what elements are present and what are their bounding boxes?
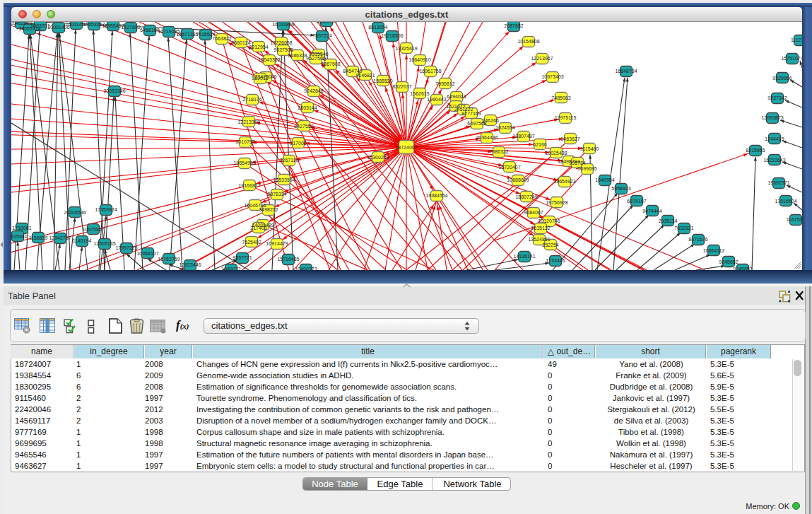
svg-text:19384554: 19384554 [425, 193, 447, 198]
svg-text:1049032: 1049032 [221, 267, 240, 270]
svg-text:7955812: 7955812 [435, 81, 454, 86]
svg-text:3915941: 3915941 [11, 234, 28, 239]
svg-text:8322037: 8322037 [392, 84, 411, 89]
svg-text:2803144: 2803144 [298, 105, 317, 110]
svg-text:1244415: 1244415 [765, 136, 784, 141]
svg-text:15716485: 15716485 [277, 257, 299, 262]
svg-text:989013: 989013 [252, 76, 268, 81]
svg-text:6879197: 6879197 [627, 199, 646, 204]
svg-text:6494024: 6494024 [447, 94, 466, 99]
svg-text:15300213: 15300213 [367, 155, 389, 160]
svg-text:12975115: 12975115 [555, 115, 577, 120]
svg-text:18807249: 18807249 [515, 194, 537, 199]
svg-text:10973403: 10973403 [541, 74, 563, 79]
svg-text:17359924: 17359924 [95, 207, 117, 212]
svg-text:18640910: 18640910 [408, 57, 430, 62]
svg-text:10958107: 10958107 [136, 251, 158, 256]
svg-text:9857771: 9857771 [233, 255, 252, 260]
svg-text:9777169: 9777169 [461, 111, 481, 116]
svg-text:8660124: 8660124 [231, 40, 250, 45]
svg-text:15720407: 15720407 [498, 165, 520, 170]
svg-text:62160: 62160 [533, 142, 547, 147]
svg-text:16210643: 16210643 [763, 158, 785, 163]
svg-text:10120746: 10120746 [538, 218, 560, 223]
svg-text:10688609: 10688609 [507, 177, 529, 182]
svg-text:9527508: 9527508 [306, 56, 325, 61]
svg-text:9463627: 9463627 [560, 136, 579, 141]
svg-text:7632621: 7632621 [674, 226, 693, 230]
svg-text:3267110: 3267110 [280, 158, 299, 163]
svg-text:1615132: 1615132 [531, 226, 550, 230]
svg-text:13226058: 13226058 [270, 40, 292, 45]
svg-text:1624554: 1624554 [495, 125, 514, 130]
svg-text:19654923: 19654923 [553, 179, 575, 184]
svg-text:6466160: 6466160 [140, 28, 159, 33]
svg-text:1527602: 1527602 [121, 25, 140, 30]
svg-text:2718176: 2718176 [242, 97, 261, 102]
svg-text:9329966: 9329966 [772, 76, 792, 81]
svg-text:9146821: 9146821 [355, 73, 375, 78]
svg-text:995784: 995784 [569, 160, 585, 165]
svg-text:9115460: 9115460 [580, 146, 599, 151]
svg-text:10807487: 10807487 [512, 134, 534, 139]
svg-text:9684067: 9684067 [524, 210, 543, 215]
svg-text:7485063: 7485063 [551, 95, 570, 100]
svg-text:19692971: 19692971 [767, 180, 789, 185]
svg-text:17016504: 17016504 [775, 199, 796, 204]
svg-text:9245653: 9245653 [733, 267, 752, 270]
svg-text:12923446: 12923446 [179, 262, 201, 267]
svg-text:2087682: 2087682 [504, 23, 523, 28]
svg-text:2867608: 2867608 [321, 62, 340, 66]
svg-text:1167533: 1167533 [787, 217, 802, 222]
svg-text:19166827: 19166827 [238, 183, 260, 188]
svg-text:2935114: 2935114 [659, 218, 678, 223]
svg-text:16033809: 16033809 [272, 22, 294, 27]
svg-text:10914479: 10914479 [266, 241, 288, 246]
svg-text:1145194: 1145194 [73, 238, 92, 243]
svg-text:19756928: 19756928 [546, 200, 567, 205]
svg-text:12505135: 12505135 [93, 241, 115, 246]
svg-text:7986322: 7986322 [489, 149, 508, 154]
svg-text:10490323: 10490323 [295, 267, 317, 270]
svg-text:8878334: 8878334 [267, 192, 286, 197]
svg-text:1156829: 1156829 [29, 235, 48, 240]
svg-text:8471676: 8471676 [688, 237, 707, 242]
svg-text:16543362: 16543362 [258, 57, 280, 62]
svg-text:10025438: 10025438 [545, 151, 567, 156]
svg-text:18565731: 18565731 [315, 22, 337, 24]
svg-text:1010755: 1010755 [235, 139, 254, 144]
svg-text:20364436: 20364436 [476, 135, 498, 140]
svg-text:6497568: 6497568 [467, 121, 486, 126]
svg-text:13524851: 13524851 [528, 237, 550, 242]
svg-text:1112705: 1112705 [791, 37, 802, 42]
svg-text:14136141: 14136141 [513, 254, 535, 259]
svg-text:16671385: 16671385 [176, 32, 198, 37]
svg-text:16648784: 16648784 [615, 69, 637, 74]
svg-text:7625402: 7625402 [242, 240, 261, 245]
svg-text:7663822: 7663822 [212, 36, 231, 41]
svg-text:10154808: 10154808 [517, 39, 539, 44]
svg-text:1640954: 1640954 [595, 177, 614, 182]
svg-text:9242848: 9242848 [304, 88, 323, 93]
svg-text:217403: 217403 [250, 226, 266, 230]
svg-text:917006: 917006 [290, 141, 306, 146]
svg-text:8813054: 8813054 [368, 25, 387, 30]
svg-text:19218506: 19218506 [381, 33, 403, 38]
svg-text:20053346: 20053346 [103, 88, 125, 93]
svg-text:12942757: 12942757 [49, 235, 71, 240]
svg-text:9527505: 9527505 [273, 47, 293, 52]
svg-text:20452029: 20452029 [11, 22, 33, 25]
svg-text:13533594: 13533594 [273, 177, 295, 182]
svg-text:9245652: 9245652 [719, 259, 738, 264]
svg-text:252254: 252254 [542, 243, 558, 247]
svg-text:19654985: 19654985 [233, 160, 255, 165]
svg-text:18724007: 18724007 [395, 145, 417, 150]
svg-text:20206536: 20206536 [64, 210, 86, 215]
svg-text:10654112: 10654112 [703, 248, 725, 253]
svg-text:12213369: 12213369 [237, 119, 259, 124]
svg-text:5958923: 5958923 [611, 186, 630, 191]
svg-text:1588520: 1588520 [373, 78, 392, 83]
svg-text:8215955: 8215955 [746, 148, 765, 153]
svg-text:7857224: 7857224 [312, 33, 331, 38]
svg-text:16961758: 16961758 [419, 69, 441, 74]
